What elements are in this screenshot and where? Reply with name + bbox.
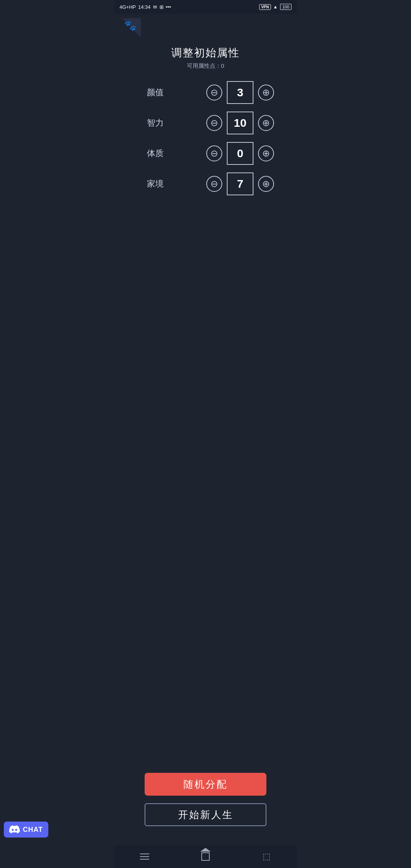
home-icon bbox=[201, 852, 210, 861]
value-intelligence: 10 bbox=[227, 112, 253, 134]
hamburger-icon bbox=[140, 854, 149, 860]
increase-appearance-button[interactable]: ⊕ bbox=[258, 85, 274, 101]
page-title: 调整初始属性 bbox=[171, 46, 240, 60]
page-subtitle: 可用属性点：0 bbox=[187, 62, 224, 70]
attribute-controls-family: ⊖ 7 ⊕ bbox=[206, 172, 274, 195]
nav-bar: ⬚ bbox=[114, 845, 297, 868]
attribute-label-family: 家境 bbox=[137, 178, 164, 190]
value-family: 7 bbox=[227, 172, 253, 195]
subtitle-label: 可用属性点： bbox=[187, 62, 221, 69]
increase-intelligence-button[interactable]: ⊕ bbox=[258, 115, 274, 131]
notification-icon: ⊞ bbox=[159, 4, 164, 10]
attribute-label-appearance: 颜值 bbox=[137, 87, 164, 98]
attribute-row-constitution: 体质 ⊖ 0 ⊕ bbox=[137, 142, 274, 165]
value-appearance: 3 bbox=[227, 81, 253, 104]
page-content: 调整初始属性 可用属性点：0 颜值 ⊖ 3 ⊕ 智力 ⊖ 10 ⊕ 体质 bbox=[114, 42, 297, 845]
dots-icon: ••• bbox=[166, 4, 171, 10]
battery-indicator: 100 bbox=[280, 4, 292, 10]
start-new-life-button[interactable]: 开始新人生 bbox=[145, 803, 266, 826]
decrease-intelligence-button[interactable]: ⊖ bbox=[206, 115, 222, 131]
available-points: 0 bbox=[221, 62, 224, 69]
random-distribute-button[interactable]: 随机分配 bbox=[145, 773, 266, 796]
vpn-badge: VPN bbox=[259, 4, 271, 10]
attribute-row-intelligence: 智力 ⊖ 10 ⊕ bbox=[137, 112, 274, 134]
decrease-family-button[interactable]: ⊖ bbox=[206, 176, 222, 192]
bottom-section: 随机分配 开始新人生 bbox=[122, 773, 289, 838]
back-button[interactable]: ⬚ bbox=[257, 850, 276, 863]
menu-button[interactable] bbox=[135, 850, 154, 863]
status-left: 4G+HP 14:34 ✉ ⊞ ••• bbox=[119, 4, 171, 10]
time-display: 14:34 bbox=[138, 4, 151, 10]
wifi-icon: ▲ bbox=[273, 4, 278, 10]
logo-icon: 🐾 bbox=[124, 20, 136, 32]
status-bar: 4G+HP 14:34 ✉ ⊞ ••• VPN ▲ 100 bbox=[114, 0, 297, 14]
back-icon: ⬚ bbox=[263, 852, 271, 862]
app-header: 🐾 bbox=[114, 14, 297, 42]
attribute-label-constitution: 体质 bbox=[137, 148, 164, 159]
increase-constitution-button[interactable]: ⊕ bbox=[258, 145, 274, 161]
attribute-controls-constitution: ⊖ 0 ⊕ bbox=[206, 142, 274, 165]
value-constitution: 0 bbox=[227, 142, 253, 165]
status-right: VPN ▲ 100 bbox=[259, 4, 292, 10]
decrease-appearance-button[interactable]: ⊖ bbox=[206, 85, 222, 101]
increase-family-button[interactable]: ⊕ bbox=[258, 176, 274, 192]
attribute-row-appearance: 颜值 ⊖ 3 ⊕ bbox=[137, 81, 274, 104]
signal-indicator: 4G+HP bbox=[119, 4, 136, 10]
decrease-constitution-button[interactable]: ⊖ bbox=[206, 145, 222, 161]
email-icon: ✉ bbox=[153, 4, 157, 10]
attribute-row-family: 家境 ⊖ 7 ⊕ bbox=[137, 172, 274, 195]
app-logo: 🐾 bbox=[122, 18, 141, 37]
attribute-label-intelligence: 智力 bbox=[137, 117, 164, 129]
attributes-container: 颜值 ⊖ 3 ⊕ 智力 ⊖ 10 ⊕ 体质 ⊖ 0 ⊕ bbox=[137, 81, 274, 203]
home-button[interactable] bbox=[196, 850, 215, 863]
attribute-controls-intelligence: ⊖ 10 ⊕ bbox=[206, 112, 274, 134]
attribute-controls-appearance: ⊖ 3 ⊕ bbox=[206, 81, 274, 104]
